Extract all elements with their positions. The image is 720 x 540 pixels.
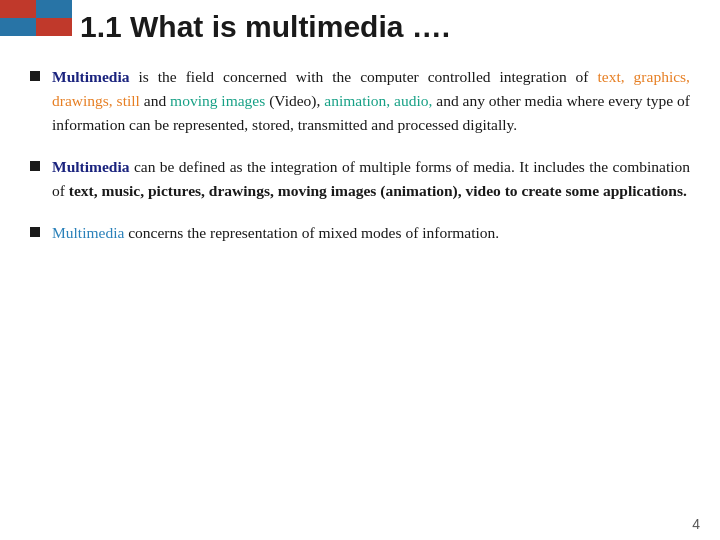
bullet-item-2: Multimedia can be defined as the integra… — [30, 155, 690, 203]
bullet-text-1: Multimedia is the field concerned with t… — [52, 65, 690, 137]
bullet3-text-rest: concerns the representation of mixed mod… — [128, 224, 499, 241]
bullet-text-3: Multimedia concerns the representation o… — [52, 221, 499, 245]
multimedia-bold-2: Multimedia — [52, 158, 130, 175]
corner-decoration — [0, 0, 72, 36]
slide-title: 1.1 What is multimedia …. — [80, 10, 450, 44]
bullet1-text-part1: is the field concerned with the computer… — [138, 68, 597, 85]
bullet-item-1: Multimedia is the field concerned with t… — [30, 65, 690, 137]
corner-top-right — [36, 0, 72, 18]
bullet1-text-part3: (Video), — [269, 92, 324, 109]
bullet1-highlight-3: animation, audio, — [324, 92, 432, 109]
bullet-item-3: Multimedia concerns the representation o… — [30, 221, 690, 245]
bullet-dot-1 — [30, 71, 40, 81]
content-area: Multimedia is the field concerned with t… — [30, 65, 690, 510]
bullet-text-2: Multimedia can be defined as the integra… — [52, 155, 690, 203]
bullet1-text-part2: and — [144, 92, 170, 109]
bullet1-highlight-2: moving images — [170, 92, 265, 109]
multimedia-bold-1: Multimedia — [52, 68, 130, 85]
bullet2-bold-rest: text, music, pictures, drawings, moving … — [69, 182, 687, 199]
corner-top-left — [0, 0, 36, 18]
slide: 1.1 What is multimedia …. Multimedia is … — [0, 0, 720, 540]
corner-bottom-right — [36, 18, 72, 36]
bullet-dot-2 — [30, 161, 40, 171]
slide-number: 4 — [692, 516, 700, 532]
bullet-dot-3 — [30, 227, 40, 237]
corner-bottom-left — [0, 18, 36, 36]
multimedia-colored-3: Multimedia — [52, 224, 124, 241]
